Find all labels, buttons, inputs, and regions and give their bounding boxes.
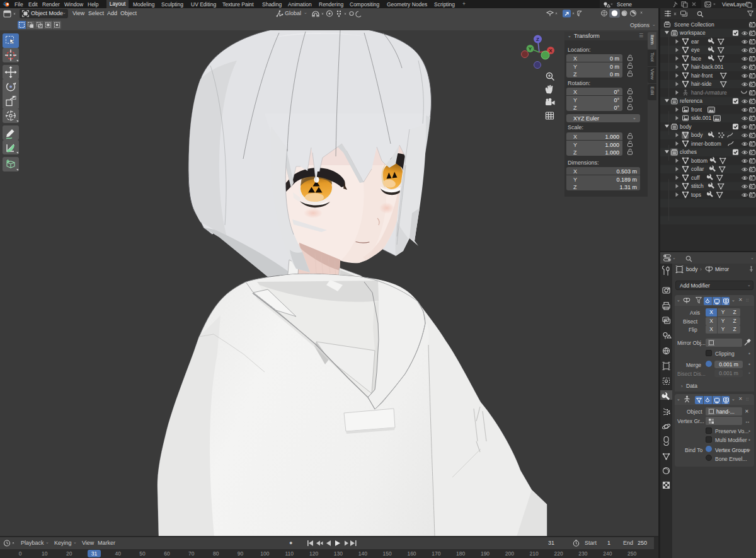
svg-text:ear: ear [691,38,699,45]
svg-text:body: body [691,132,703,138]
svg-text:200: 200 [505,550,514,557]
svg-text:190: 190 [481,550,490,557]
svg-text:20: 20 [66,550,72,557]
svg-text:90: 90 [238,550,244,557]
svg-text:230: 230 [578,550,587,557]
svg-text:170: 170 [432,550,440,557]
svg-text:60: 60 [164,550,170,557]
svg-text:referenca: referenca [680,98,702,104]
svg-text:clothes: clothes [680,149,697,155]
svg-text:hair-front: hair-front [691,73,713,79]
svg-text:10: 10 [42,550,48,557]
svg-text:hand-Armature: hand-Armature [691,90,727,96]
svg-text:150: 150 [383,550,392,557]
svg-text:140: 140 [358,550,367,557]
svg-text:X: X [549,48,553,54]
svg-text:40: 40 [115,550,122,557]
svg-text:stitch: stitch [691,183,704,189]
svg-text:tops: tops [691,192,701,198]
svg-text:130: 130 [334,550,343,557]
svg-text:250: 250 [627,550,636,557]
svg-text:bottom: bottom [691,158,707,164]
svg-text:cuff: cuff [691,175,700,181]
svg-text:inner-bottom: inner-bottom [691,141,721,147]
svg-text:body: body [680,124,692,130]
svg-text:80: 80 [213,550,219,557]
svg-text:workspace: workspace [679,30,706,36]
svg-text:31: 31 [91,550,98,557]
svg-text:160: 160 [407,550,416,557]
svg-text:face: face [691,55,701,62]
svg-text:eye: eye [691,47,700,53]
svg-text:220: 220 [554,550,563,557]
svg-text:Scene Collection: Scene Collection [674,21,714,28]
svg-text:180: 180 [456,550,465,557]
svg-text:collar: collar [691,166,704,172]
svg-text:front: front [691,107,702,113]
svg-text:120: 120 [309,550,318,557]
svg-text:side.001: side.001 [691,115,711,121]
svg-text:70: 70 [188,550,195,557]
svg-text:100: 100 [260,550,269,557]
svg-text:Y: Y [529,46,532,52]
svg-text:210: 210 [530,550,539,557]
svg-text:hair-back.001: hair-back.001 [691,64,724,70]
svg-text:Z: Z [536,37,539,42]
svg-text:0: 0 [19,550,22,557]
svg-text:hair-side: hair-side [691,81,712,87]
svg-text:110: 110 [285,550,294,557]
svg-text:240: 240 [603,550,612,557]
svg-text:50: 50 [139,550,146,557]
